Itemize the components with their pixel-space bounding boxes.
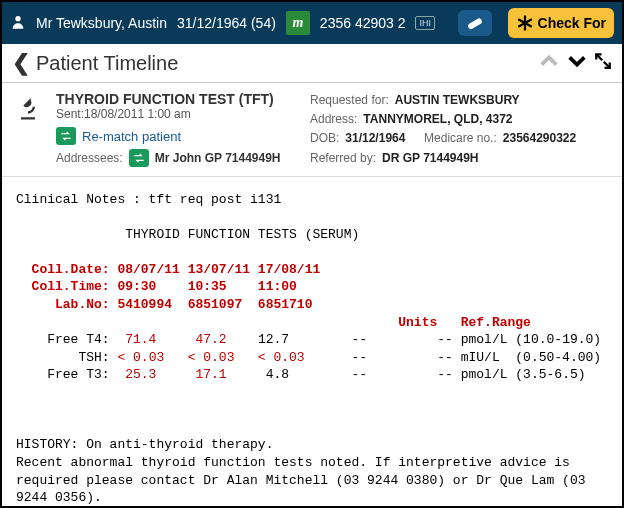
medicare-value: 23564290322 bbox=[503, 129, 576, 148]
report-body: Clinical Notes : tft req post i131 THYRO… bbox=[2, 177, 622, 508]
rematch-icon bbox=[56, 127, 76, 145]
tsh-label: TSH: bbox=[16, 350, 117, 365]
record-right: Requested for: AUSTIN TEWKSBURY Address:… bbox=[310, 91, 610, 168]
person-icon bbox=[10, 12, 26, 35]
referred-by-label: Referred by: bbox=[310, 149, 376, 168]
tsh-v2: < 0.03 bbox=[188, 350, 235, 365]
address-label: Address: bbox=[310, 110, 357, 129]
patient-top-bar: Mr Tewksbury, Austin 31/12/1964 (54) m 2… bbox=[2, 2, 622, 44]
medicare-badge-icon: m bbox=[286, 11, 310, 35]
history-text: HISTORY: On anti-thyroid therapy. Recent… bbox=[16, 437, 586, 505]
addressee-name[interactable]: Mr John GP 7144949H bbox=[155, 151, 281, 165]
medicare-number: 2356 42903 2 bbox=[320, 15, 406, 31]
next-record-button[interactable] bbox=[566, 53, 588, 73]
addressees-label: Addressees: bbox=[56, 151, 123, 165]
record-title: THYROID FUNCTION TEST (TFT) bbox=[56, 91, 300, 107]
ft3-label: Free T3: bbox=[16, 367, 125, 382]
ft3-rest: 4.8 -- -- pmol/L (3.5-6.5) bbox=[227, 367, 586, 382]
svg-point-0 bbox=[15, 16, 20, 21]
coll-date-row: Coll.Date: 08/07/11 13/07/11 17/08/11 bbox=[16, 262, 320, 277]
coll-time-row: Coll.Time: 09:30 10:35 11:00 bbox=[16, 279, 297, 294]
tsh-v1: < 0.03 bbox=[117, 350, 164, 365]
tsh-rest: -- -- mIU/L (0.50-4.00) bbox=[305, 350, 601, 365]
tsh-v3: < 0.03 bbox=[258, 350, 305, 365]
check-for-button[interactable]: Check For bbox=[508, 8, 614, 38]
clinical-notes: Clinical Notes : tft req post i131 bbox=[16, 192, 281, 207]
requested-for-value: AUSTIN TEWKSBURY bbox=[395, 91, 520, 110]
record-left: THYROID FUNCTION TEST (TFT) Sent:18/08/2… bbox=[56, 91, 300, 168]
referred-by-value: DR GP 7144949H bbox=[382, 149, 479, 168]
subheader: ❮ Patient Timeline bbox=[2, 44, 622, 83]
check-for-label: Check For bbox=[538, 15, 606, 31]
rematch-link[interactable]: Re-match patient bbox=[82, 129, 181, 144]
report-title: THYROID FUNCTION TESTS (SERUM) bbox=[125, 227, 359, 242]
ft3-v1: 25.3 bbox=[125, 367, 156, 382]
expand-button[interactable] bbox=[594, 52, 612, 74]
units-header: Units Ref.Range bbox=[16, 315, 531, 330]
asterisk-icon bbox=[516, 14, 534, 32]
medication-button[interactable] bbox=[458, 10, 492, 36]
ft4-v2: 47.2 bbox=[195, 332, 226, 347]
lab-result-icon bbox=[14, 91, 46, 168]
dob-label: DOB: bbox=[310, 129, 339, 148]
ft3-v2: 17.1 bbox=[195, 367, 226, 382]
record-sent: Sent:18/08/2011 1:00 am bbox=[56, 107, 300, 121]
dob-value: 31/12/1964 bbox=[345, 129, 405, 148]
patient-dob: 31/12/1964 (54) bbox=[177, 15, 276, 31]
ft4-label: Free T4: bbox=[16, 332, 125, 347]
medicare-label: Medicare no.: bbox=[424, 129, 497, 148]
page-title: Patient Timeline bbox=[36, 52, 532, 75]
patient-name[interactable]: Mr Tewksbury, Austin bbox=[36, 15, 167, 31]
record-header: THYROID FUNCTION TEST (TFT) Sent:18/08/2… bbox=[2, 83, 622, 177]
svg-rect-1 bbox=[467, 17, 483, 30]
address-value: TANNYMOREL, QLD, 4372 bbox=[363, 110, 512, 129]
ft4-rest: 12.7 -- -- pmol/L (10.0-19.0) bbox=[227, 332, 601, 347]
prev-record-button[interactable] bbox=[538, 53, 560, 73]
back-button[interactable]: ❮ bbox=[12, 50, 30, 76]
lab-no-row: Lab.No: 5410994 6851097 6851710 bbox=[16, 297, 312, 312]
requested-for-label: Requested for: bbox=[310, 91, 389, 110]
ft4-v1: 71.4 bbox=[125, 332, 156, 347]
ihi-badge: IHI bbox=[415, 16, 435, 30]
addressee-swap-icon bbox=[129, 149, 149, 167]
